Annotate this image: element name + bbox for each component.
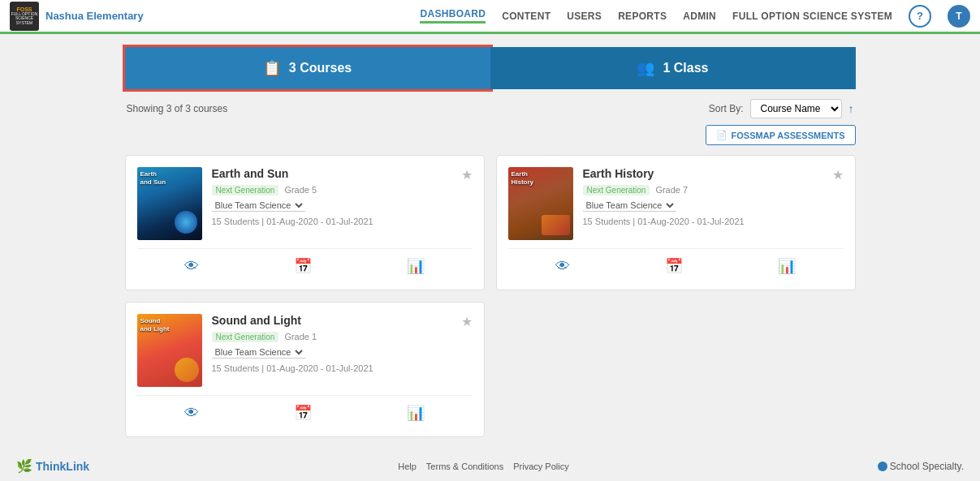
courses-icon: 📋 — [263, 59, 281, 77]
logo-area: FOSS FULL OPTIONSCIENCE SYSTEM Nashua El… — [10, 2, 144, 31]
course-card-earth-sun: Earthand Sun Earth and Sun ★ Next Genera… — [125, 155, 485, 290]
thinklink-label: ThinkLink — [36, 460, 89, 473]
course-card-earth-history: EarthHistory Earth History ★ Next Genera… — [496, 155, 856, 290]
thinklink-logo: 🌿 ThinkLink — [16, 458, 89, 474]
user-avatar[interactable]: T — [948, 5, 970, 28]
app-header: FOSS FULL OPTIONSCIENCE SYSTEM Nashua El… — [0, 0, 980, 34]
view-button[interactable]: 👁 — [176, 255, 207, 278]
card-actions: 👁 📅 📊 — [508, 254, 844, 278]
nav-dashboard[interactable]: DASHBOARD — [420, 8, 486, 24]
chart-button[interactable]: 📊 — [399, 401, 433, 425]
card-actions: 👁 📅 📊 — [137, 254, 473, 278]
school-specialty-logo: School Specialty. — [878, 461, 964, 472]
card-team: Blue Team Science — [212, 346, 473, 359]
generation-tag: Next Generation — [583, 185, 650, 195]
fossmap-button[interactable]: 📄 FOSSMAP ASSESSMENTS — [706, 125, 856, 145]
card-actions: 👁 📅 📊 — [137, 401, 473, 425]
ss-dot-icon — [878, 462, 887, 471]
fossmap-label: FOSSMAP ASSESSMENTS — [732, 131, 845, 140]
card-meta: Next Generation Grade 7 — [583, 185, 844, 195]
sort-by-label: Sort By: — [709, 103, 744, 114]
card-thumbnail: Earthand Sun — [137, 167, 202, 240]
card-title-row: Earth and Sun ★ — [212, 167, 473, 183]
logo-sub-text: FULL OPTIONSCIENCE SYSTEM — [10, 12, 39, 26]
sort-controls: Sort By: Course Name ↑ — [709, 99, 854, 118]
courses-grid: Earthand Sun Earth and Sun ★ Next Genera… — [125, 155, 856, 437]
team-select[interactable]: Blue Team Science — [212, 200, 305, 212]
card-info: Earth History ★ Next Generation Grade 7 … — [583, 167, 844, 226]
footer-privacy[interactable]: Privacy Policy — [513, 462, 568, 471]
footer: 🌿 ThinkLink Help Terms & Conditions Priv… — [0, 450, 980, 481]
team-select[interactable]: Blue Team Science — [583, 200, 676, 212]
card-inner: Earthand Sun Earth and Sun ★ Next Genera… — [137, 167, 473, 240]
chart-button[interactable]: 📊 — [399, 254, 433, 278]
nav-content[interactable]: CONTENT — [502, 11, 550, 22]
card-info: Sound and Light ★ Next Generation Grade … — [212, 314, 473, 373]
card-students: 15 Students | 01-Aug-2020 - 01-Jul-2021 — [212, 217, 473, 226]
card-title-row: Earth History ★ — [583, 167, 844, 183]
school-name: Nashua Elementary — [45, 10, 144, 22]
card-title: Sound and Light — [212, 314, 301, 327]
card-divider — [508, 248, 844, 249]
card-inner: Soundand Light Sound and Light ★ Next Ge… — [137, 314, 473, 387]
classes-tab[interactable]: 👥 1 Class — [490, 47, 856, 89]
thinklink-leaf-icon: 🌿 — [16, 458, 32, 474]
school-specialty-label: School Specialty. — [890, 461, 964, 472]
card-divider — [137, 395, 473, 396]
card-divider — [137, 248, 473, 249]
sort-direction-icon[interactable]: ↑ — [848, 102, 854, 115]
footer-terms[interactable]: Terms & Conditions — [426, 462, 503, 471]
fossmap-bar: 📄 FOSSMAP ASSESSMENTS — [125, 125, 856, 145]
thumb-title: Soundand Light — [140, 317, 170, 334]
grade-tag: Grade 5 — [284, 185, 317, 195]
card-thumbnail: EarthHistory — [508, 167, 573, 240]
content-area: 📋 3 Courses 👥 1 Class Showing 3 of 3 cou… — [125, 47, 856, 437]
course-dates: 01-Aug-2020 - 01-Jul-2021 — [266, 363, 373, 373]
main-content: 📋 3 Courses 👥 1 Class Showing 3 of 3 cou… — [0, 34, 980, 450]
student-count: 15 Students — [583, 217, 631, 226]
fossmap-icon: 📄 — [716, 130, 727, 140]
card-thumbnail: Soundand Light — [137, 314, 202, 387]
favorite-star[interactable]: ★ — [461, 314, 473, 329]
sort-select[interactable]: Course Name — [750, 99, 842, 118]
view-button[interactable]: 👁 — [176, 402, 207, 425]
help-button[interactable]: ? — [909, 5, 931, 28]
tab-row: 📋 3 Courses 👥 1 Class — [125, 47, 856, 89]
courses-tab[interactable]: 📋 3 Courses — [125, 47, 490, 89]
student-count: 15 Students — [212, 363, 260, 373]
classes-tab-label: 1 Class — [663, 61, 708, 75]
card-info: Earth and Sun ★ Next Generation Grade 5 … — [212, 167, 473, 226]
generation-tag: Next Generation — [212, 332, 279, 342]
favorite-star[interactable]: ★ — [832, 167, 844, 183]
course-dates: 01-Aug-2020 - 01-Jul-2021 — [637, 217, 744, 226]
card-title-row: Sound and Light ★ — [212, 314, 473, 329]
grade-tag: Grade 7 — [655, 185, 688, 195]
card-team: Blue Team Science — [212, 200, 473, 212]
thumb-title: Earthand Sun — [140, 170, 166, 187]
calendar-button[interactable]: 📅 — [657, 254, 691, 278]
nav-reports[interactable]: REPORTS — [618, 11, 667, 22]
nav-admin[interactable]: ADMIN — [683, 11, 716, 22]
calendar-button[interactable]: 📅 — [286, 254, 320, 278]
classes-icon: 👥 — [637, 59, 654, 77]
footer-links-center: Help Terms & Conditions Privacy Policy — [398, 462, 568, 471]
nav-users[interactable]: USERS — [567, 11, 602, 22]
card-meta: Next Generation Grade 1 — [212, 332, 473, 341]
favorite-star[interactable]: ★ — [461, 167, 473, 183]
nav-full-option[interactable]: FULL OPTION SCIENCE SYSTEM — [732, 11, 892, 22]
card-inner: EarthHistory Earth History ★ Next Genera… — [508, 167, 844, 240]
footer-help[interactable]: Help — [398, 462, 417, 471]
grade-tag: Grade 1 — [284, 332, 317, 341]
view-button[interactable]: 👁 — [547, 255, 578, 278]
calendar-button[interactable]: 📅 — [286, 401, 320, 425]
card-title: Earth and Sun — [212, 167, 289, 180]
courses-tab-label: 3 Courses — [289, 61, 352, 75]
chart-button[interactable]: 📊 — [770, 254, 804, 278]
card-title: Earth History — [583, 167, 654, 180]
course-card-sound-light: Soundand Light Sound and Light ★ Next Ge… — [125, 302, 485, 437]
team-select[interactable]: Blue Team Science — [212, 346, 305, 359]
card-students: 15 Students | 01-Aug-2020 - 01-Jul-2021 — [212, 363, 473, 373]
card-meta: Next Generation Grade 5 — [212, 185, 473, 195]
card-students: 15 Students | 01-Aug-2020 - 01-Jul-2021 — [583, 217, 844, 226]
generation-tag: Next Generation — [212, 185, 279, 195]
